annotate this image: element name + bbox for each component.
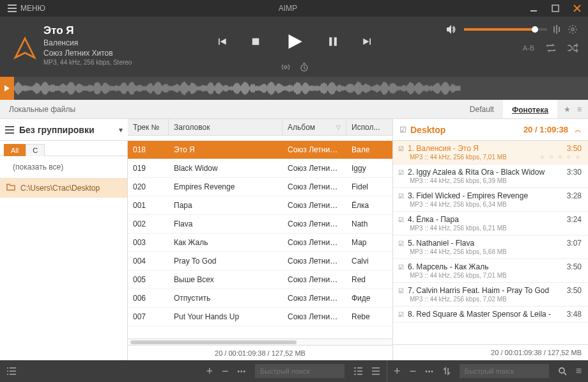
- filter-c[interactable]: C: [26, 144, 45, 156]
- table-row[interactable]: 020Empires RevengeСоюз Летних Х...Fidel: [128, 178, 392, 196]
- radio-icon[interactable]: [281, 63, 291, 72]
- svg-rect-184: [125, 83, 126, 94]
- playlist-item[interactable]: ☑2. Iggy Azalea & Rita Ora - Black Widow…: [393, 164, 588, 188]
- pl-more-button[interactable]: [425, 368, 434, 375]
- view-grid-icon[interactable]: [353, 367, 362, 375]
- table-row[interactable]: 019Black WidowСоюз Летних Х...Iggy: [128, 159, 392, 178]
- svg-rect-600: [391, 83, 391, 93]
- stop-button[interactable]: [250, 36, 261, 49]
- svg-rect-288: [191, 83, 192, 94]
- tab-menu-icon[interactable]: ≡: [577, 105, 582, 114]
- pl-remove-button[interactable]: −: [410, 365, 417, 378]
- svg-rect-316: [209, 83, 210, 93]
- playlist-item[interactable]: ☑3. Fidel Wicked - Empires Revenge3:28MP…: [393, 188, 588, 212]
- table-row[interactable]: 004Pray To GodСоюз Летних Х...Calvi: [128, 252, 392, 271]
- play-button[interactable]: [283, 31, 305, 54]
- view-rows-icon[interactable]: [371, 367, 380, 375]
- tab-default[interactable]: Default: [461, 100, 503, 118]
- volume-icon[interactable]: [446, 24, 458, 35]
- pause-button[interactable]: [327, 35, 339, 50]
- playlist-check-icon[interactable]: ☑: [399, 125, 406, 134]
- svg-rect-456: [298, 83, 299, 93]
- timer-icon[interactable]: [300, 63, 309, 72]
- svg-rect-595: [387, 84, 388, 92]
- table-row[interactable]: 001ПараСоюз Летних Х...Ёлка: [128, 196, 392, 215]
- svg-rect-661: [429, 86, 430, 90]
- svg-rect-140: [97, 83, 98, 94]
- folder-path-row[interactable]: C:\Users\Стас\Desktop: [0, 178, 127, 198]
- tab-library[interactable]: Фонотека: [503, 100, 557, 118]
- svg-rect-267: [178, 84, 178, 92]
- svg-rect-284: [189, 86, 189, 91]
- svg-rect-341: [225, 85, 226, 92]
- col-album[interactable]: Альбом▽: [282, 119, 346, 135]
- grouping-dropdown-icon[interactable]: ▾: [119, 125, 123, 134]
- search-input-left[interactable]: [255, 364, 344, 378]
- next-button[interactable]: [361, 35, 374, 50]
- svg-rect-123: [86, 87, 87, 90]
- svg-rect-532: [347, 85, 348, 92]
- pl-menu-icon[interactable]: ≡: [576, 365, 582, 377]
- tab-local-files[interactable]: Локальные файлы: [0, 100, 84, 118]
- repeat-icon[interactable]: [546, 44, 556, 52]
- table-row[interactable]: 002FlavaСоюз Летних Х...Nath: [128, 215, 392, 234]
- add-button[interactable]: +: [206, 365, 213, 378]
- svg-rect-256: [171, 86, 171, 90]
- svg-rect-680: [442, 85, 442, 91]
- equalizer-icon[interactable]: [553, 25, 561, 34]
- grouping-bar[interactable]: Без группировки ▾: [0, 119, 128, 141]
- collapse-icon[interactable]: ︽: [575, 125, 582, 134]
- star-icon[interactable]: ★: [564, 105, 571, 114]
- svg-rect-489: [320, 86, 320, 92]
- svg-rect-396: [260, 85, 261, 91]
- playlist-item[interactable]: ☑1. Валенсия - Это Я3:50MP3 :: 44 kHz, 2…: [393, 141, 588, 164]
- svg-rect-692: [449, 86, 449, 90]
- svg-rect-347: [229, 87, 229, 90]
- col-artist[interactable]: Испол...: [346, 119, 382, 135]
- svg-rect-271: [180, 85, 181, 91]
- svg-rect-339: [224, 85, 224, 92]
- show-all-link[interactable]: (показать все): [0, 155, 127, 178]
- svg-rect-705: [457, 86, 458, 91]
- table-row[interactable]: 018Это ЯСоюз Летних Х...Вале: [128, 141, 392, 159]
- table-row[interactable]: 005Выше ВсехСоюз Летних Х...Red: [128, 271, 392, 289]
- svg-rect-698: [453, 84, 453, 92]
- svg-rect-165: [113, 86, 114, 90]
- table-row[interactable]: 006ОтпуститьСоюз Летних Х...Фиде: [128, 289, 392, 308]
- more-button[interactable]: [238, 368, 247, 375]
- playlist-item[interactable]: ☑4. Ёлка - Пара3:24MP3 :: 44 kHz, 256 kb…: [393, 212, 588, 235]
- settings-icon[interactable]: [568, 24, 578, 35]
- waveform-play-icon[interactable]: [0, 77, 14, 100]
- menu-button[interactable]: МЕНЮ: [0, 0, 53, 17]
- search-icon[interactable]: [558, 367, 567, 376]
- svg-rect-155: [107, 84, 107, 93]
- maximize-button[interactable]: [545, 0, 566, 17]
- close-button[interactable]: [566, 0, 588, 17]
- pl-add-button[interactable]: +: [394, 365, 401, 378]
- svg-rect-65: [49, 86, 50, 91]
- svg-rect-94: [68, 84, 68, 92]
- filter-all[interactable]: All: [4, 144, 26, 156]
- search-input-right[interactable]: [460, 364, 549, 378]
- svg-rect-472: [309, 86, 309, 92]
- sort-icon[interactable]: [443, 367, 451, 376]
- playlist-item[interactable]: ☑5. Nathaniel - Flava3:07MP3 :: 44 kHz, …: [393, 235, 588, 259]
- prev-button[interactable]: [215, 35, 228, 50]
- view-list-icon[interactable]: [6, 367, 17, 375]
- svg-rect-434: [284, 86, 285, 90]
- waveform[interactable]: [14, 77, 588, 100]
- ab-repeat-button[interactable]: A-B: [523, 44, 534, 52]
- col-track-no[interactable]: Трек №: [128, 119, 169, 135]
- table-row[interactable]: 003Как ЖальСоюз Летних Х...Мар: [128, 234, 392, 252]
- playlist-item[interactable]: ☑8. Red Square & Master Spensor & Leila …: [393, 306, 588, 322]
- table-row[interactable]: 007Put Your Hands UpСоюз Летних Х...Rebe: [128, 308, 392, 326]
- horizontal-scrollbar[interactable]: [128, 338, 392, 345]
- shuffle-icon[interactable]: [568, 44, 578, 52]
- remove-button[interactable]: −: [222, 365, 229, 378]
- volume-slider[interactable]: [464, 28, 547, 31]
- minimize-button[interactable]: [523, 0, 545, 17]
- playlist-item[interactable]: ☑6. Марсель - Как Жаль3:50MP3 :: 44 kHz,…: [393, 259, 588, 283]
- playlist-item[interactable]: ☑7. Calvin Harris Feat. Haim - Pray To G…: [393, 283, 588, 306]
- col-title[interactable]: Заголовок: [169, 119, 282, 135]
- svg-rect-114: [81, 84, 81, 92]
